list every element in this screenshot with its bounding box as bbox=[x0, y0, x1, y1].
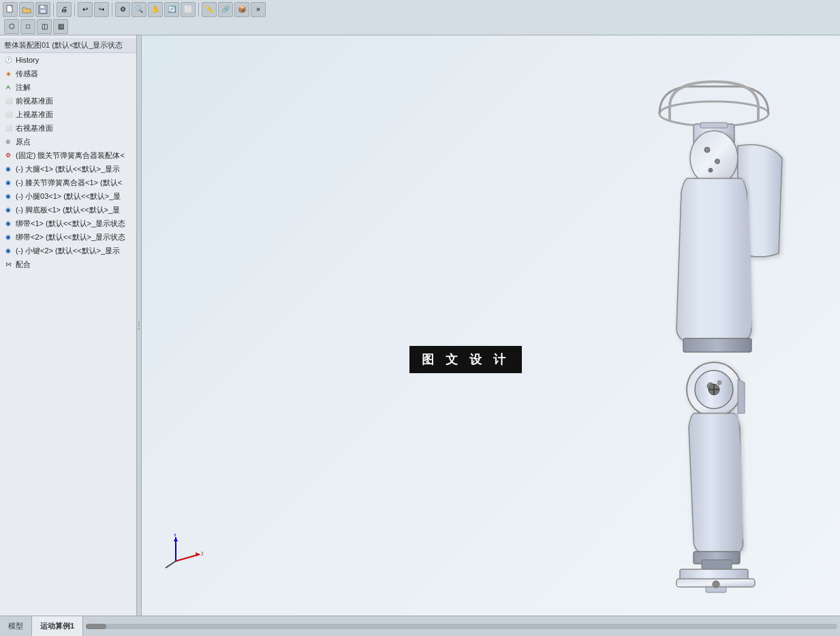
fixed-part-label: (固定) 髋关节弹簧离合器装配体< bbox=[16, 150, 125, 161]
watermark: 图 文 设 计 bbox=[409, 346, 522, 373]
mate-icon[interactable]: 🔗 bbox=[218, 2, 233, 17]
tree-item-fixed-part[interactable]: ⚙(固定) 髋关节弹簧离合器装配体< bbox=[0, 148, 139, 162]
view4-icon[interactable]: ▧ bbox=[53, 19, 68, 34]
undo-icon[interactable]: ↩ bbox=[78, 2, 93, 17]
separator1 bbox=[53, 3, 54, 16]
panel-resize-handle[interactable] bbox=[136, 35, 142, 616]
separator4 bbox=[198, 3, 199, 16]
tree-item-history[interactable]: 🕐History bbox=[0, 53, 139, 67]
view1-icon[interactable]: ⬡ bbox=[4, 19, 19, 34]
svg-point-27 bbox=[713, 581, 719, 588]
tab-model[interactable]: 模型 bbox=[0, 616, 32, 636]
tree-item-strap2[interactable]: ◉绑带<2> (默认<<默认>_显示状态 bbox=[0, 230, 139, 244]
foot-plate-icon: ◉ bbox=[3, 204, 14, 215]
key2-label: (-) 小键<2> (默认<<默认>_显示 bbox=[16, 246, 120, 256]
strap2-icon: ◉ bbox=[3, 232, 14, 242]
history-icon: 🕐 bbox=[3, 54, 14, 65]
svg-line-34 bbox=[166, 561, 176, 568]
options-icon[interactable]: ⚙ bbox=[115, 2, 130, 17]
scrollbar[interactable] bbox=[83, 616, 840, 636]
new-icon[interactable] bbox=[3, 2, 18, 17]
tree-item-shank[interactable]: ◉(-) 小腿03<1> (默认<<默认>_显 bbox=[0, 189, 139, 203]
tree-item-foot-plate[interactable]: ◉(-) 脚底板<1> (默认<<默认>_显 bbox=[0, 203, 139, 217]
more-icon[interactable]: » bbox=[251, 2, 266, 17]
svg-point-12 bbox=[715, 159, 720, 164]
fixed-part-icon: ⚙ bbox=[3, 150, 14, 161]
viewport[interactable]: 图 文 设 计 X Y bbox=[142, 35, 840, 616]
svg-rect-3 bbox=[40, 5, 44, 8]
svg-text:Y: Y bbox=[173, 534, 177, 538]
axes-svg: X Y bbox=[162, 534, 203, 575]
tree-item-knee[interactable]: ◉(-) 膝关节弹簧离合器<1> (默认< bbox=[0, 176, 139, 189]
strap1-icon: ◉ bbox=[3, 218, 14, 229]
svg-rect-14 bbox=[683, 338, 751, 352]
view2-icon[interactable]: □ bbox=[20, 19, 35, 34]
rotate-icon[interactable]: 🔄 bbox=[164, 2, 179, 17]
redo-icon[interactable]: ↪ bbox=[94, 2, 109, 17]
svg-point-11 bbox=[704, 147, 710, 153]
print-icon[interactable]: 🖨 bbox=[57, 2, 72, 17]
sensor-icon: ◈ bbox=[3, 68, 14, 79]
svg-marker-29 bbox=[196, 552, 200, 556]
knee-label: (-) 膝关节弹簧离合器<1> (默认< bbox=[16, 178, 122, 188]
key2-icon: ◉ bbox=[3, 245, 14, 256]
fit-icon[interactable]: ⬜ bbox=[181, 2, 196, 17]
view3-icon[interactable]: ◫ bbox=[37, 19, 52, 34]
component-icon[interactable]: 📦 bbox=[234, 2, 249, 17]
shank-label: (-) 小腿03<1> (默认<<默认>_显 bbox=[16, 191, 121, 202]
statusbar: 模型 运动算例1 bbox=[0, 616, 840, 636]
feature-tree-panel: 整体装配图01 (默认<默认_显示状态 🕐History◈传感器A注解⬜前视基准… bbox=[0, 35, 140, 616]
svg-rect-9 bbox=[700, 123, 728, 128]
mate-icon: ⋈ bbox=[3, 259, 14, 270]
shank-icon: ◉ bbox=[3, 191, 14, 202]
svg-text:X: X bbox=[201, 550, 203, 557]
open-icon[interactable] bbox=[19, 2, 34, 17]
svg-point-18 bbox=[717, 381, 721, 385]
coordinate-axes: X Y bbox=[162, 534, 203, 575]
annotation-icon: A bbox=[3, 82, 14, 93]
scroll-track bbox=[86, 624, 837, 629]
separator2 bbox=[74, 3, 75, 16]
right-plane-icon: ⬜ bbox=[3, 123, 14, 133]
top-plane-label: 上视基准面 bbox=[16, 110, 53, 120]
tree-item-sensor[interactable]: ◈传感器 bbox=[0, 67, 139, 80]
tab-motion[interactable]: 运动算例1 bbox=[32, 616, 83, 636]
svg-point-13 bbox=[709, 168, 713, 172]
zoom-icon[interactable]: 🔍 bbox=[131, 2, 146, 17]
front-plane-icon: ⬜ bbox=[3, 95, 14, 106]
thigh-icon: ◉ bbox=[3, 163, 14, 174]
svg-rect-23 bbox=[702, 560, 732, 569]
sensor-label: 传感器 bbox=[16, 69, 38, 79]
svg-rect-4 bbox=[40, 10, 46, 13]
tree-item-origin[interactable]: ⊕原点 bbox=[0, 135, 139, 148]
strap2-label: 绑带<2> (默认<<默认>_显示状态 bbox=[16, 232, 125, 242]
tree-item-thigh[interactable]: ◉(-) 大腿<1> (默认<<默认>_显示 bbox=[0, 162, 139, 176]
front-plane-label: 前视基准面 bbox=[16, 96, 53, 106]
tree-item-front-plane[interactable]: ⬜前视基准面 bbox=[0, 94, 139, 108]
tree-header: 整体装配图01 (默认<默认_显示状态 bbox=[0, 38, 139, 53]
top-plane-icon: ⬜ bbox=[3, 109, 14, 120]
tree-item-annotation[interactable]: A注解 bbox=[0, 80, 139, 94]
toolbar: 🖨 ↩ ↪ ⚙ 🔍 ✋ 🔄 ⬜ 📏 🔗 📦 » ⬡ □ ◫ ▧ bbox=[0, 0, 840, 35]
tree-item-key2[interactable]: ◉(-) 小键<2> (默认<<默认>_显示 bbox=[0, 244, 139, 257]
thigh-label: (-) 大腿<1> (默认<<默认>_显示 bbox=[16, 164, 120, 174]
model-3d bbox=[142, 35, 840, 616]
tree-item-right-plane[interactable]: ⬜右视基准面 bbox=[0, 121, 139, 135]
knee-icon: ◉ bbox=[3, 177, 14, 188]
feature-tree: 整体装配图01 (默认<默认_显示状态 🕐History◈传感器A注解⬜前视基准… bbox=[0, 35, 139, 274]
mate-label: 配合 bbox=[16, 259, 31, 270]
robot-model-svg bbox=[142, 35, 840, 616]
scroll-thumb bbox=[86, 624, 106, 629]
origin-label: 原点 bbox=[16, 137, 31, 147]
measure-icon[interactable]: 📏 bbox=[202, 2, 217, 17]
right-plane-label: 右视基准面 bbox=[16, 123, 53, 133]
tree-item-mate[interactable]: ⋈配合 bbox=[0, 257, 139, 271]
pan-icon[interactable]: ✋ bbox=[148, 2, 163, 17]
tree-item-strap1[interactable]: ◉绑带<1> (默认<<默认>_显示状态 bbox=[0, 217, 139, 230]
strap1-label: 绑带<1> (默认<<默认>_显示状态 bbox=[16, 219, 125, 229]
tree-item-top-plane[interactable]: ⬜上视基准面 bbox=[0, 108, 139, 121]
separator3 bbox=[112, 3, 112, 16]
annotation-label: 注解 bbox=[16, 82, 31, 93]
foot-plate-label: (-) 脚底板<1> (默认<<默认>_显 bbox=[16, 205, 120, 215]
save-icon[interactable] bbox=[35, 2, 50, 17]
